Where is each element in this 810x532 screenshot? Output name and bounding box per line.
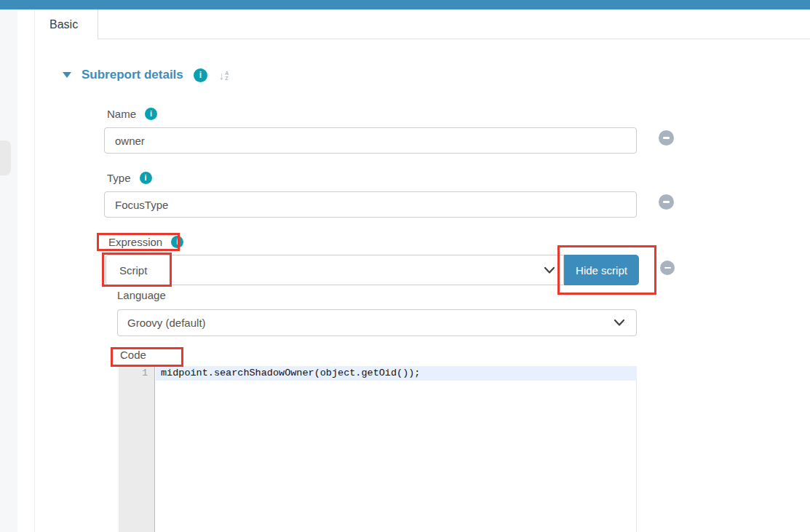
tab-basic-label: Basic: [49, 18, 78, 31]
code-label: Code: [120, 349, 146, 361]
section-title: Subreport details: [82, 68, 183, 82]
expression-label-row: Expression i: [108, 236, 183, 248]
info-icon[interactable]: i: [194, 68, 207, 82]
minus-icon: [663, 201, 670, 203]
tabbar-border: [98, 39, 810, 39]
name-label-row: Name i: [107, 108, 157, 120]
expression-type-select[interactable]: Script: [106, 255, 564, 285]
remove-type-button[interactable]: [659, 194, 674, 210]
sort-alpha-icon[interactable]: ↓ A Z: [219, 70, 229, 81]
expression-label: Expression: [108, 236, 162, 248]
hide-script-button[interactable]: Hide script: [564, 255, 639, 285]
info-icon[interactable]: i: [140, 172, 152, 184]
info-icon[interactable]: i: [171, 236, 183, 248]
remove-name-button[interactable]: [659, 130, 674, 146]
language-label: Language: [117, 289, 166, 301]
code-editor[interactable]: 1 midpoint.searchShadowOwner(object.getO…: [119, 366, 637, 532]
code-editor-gutter: [119, 366, 155, 532]
language-value: Groovy (default): [127, 317, 614, 329]
expression-type-value: Script: [119, 264, 544, 277]
minus-icon: [663, 137, 670, 139]
minus-icon: [664, 267, 671, 269]
name-input[interactable]: [104, 127, 637, 154]
content-divider: [34, 9, 35, 532]
left-sidebar-strip: [0, 9, 17, 532]
top-navbar: [0, 0, 810, 9]
type-input[interactable]: [104, 191, 637, 218]
language-label-row: Language: [117, 289, 166, 301]
subreport-details-header: Subreport details i ↓ A Z: [63, 65, 229, 84]
code-line[interactable]: midpoint.searchShadowOwner(object.getOid…: [161, 366, 420, 381]
tab-basic[interactable]: Basic: [35, 9, 98, 39]
caret-down-icon[interactable]: [63, 72, 71, 78]
type-label-row: Type i: [107, 172, 152, 184]
sidebar-collapse-handle[interactable]: [0, 140, 11, 175]
info-icon[interactable]: i: [145, 108, 157, 120]
language-select[interactable]: Groovy (default): [117, 309, 637, 336]
chevron-down-icon: [614, 319, 624, 326]
line-number: 1: [119, 366, 148, 381]
name-label: Name: [107, 108, 136, 120]
code-label-row: Code: [120, 349, 146, 361]
chevron-down-icon: [544, 267, 555, 274]
type-label: Type: [107, 172, 131, 184]
remove-expression-button[interactable]: [660, 261, 675, 275]
